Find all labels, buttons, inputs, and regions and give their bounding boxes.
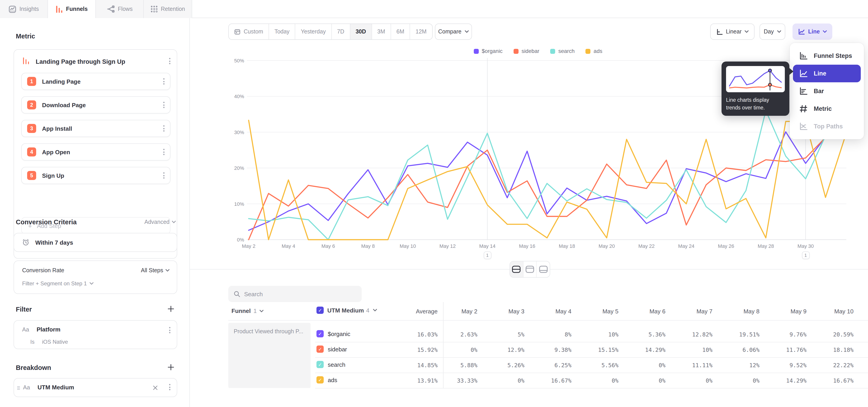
cell-value: 8% bbox=[528, 331, 571, 338]
tab-retention[interactable]: Retention bbox=[144, 0, 192, 18]
svg-text:May 12: May 12 bbox=[439, 243, 456, 249]
column-header-may-8[interactable]: May 8 bbox=[716, 308, 760, 315]
filter-kebab-icon[interactable] bbox=[169, 327, 170, 333]
funnel-step-2[interactable]: 2 Download Page bbox=[21, 96, 170, 114]
funnel-group-cell[interactable]: Product Viewed through P... bbox=[228, 323, 311, 388]
breakdown-card[interactable]: Aa UTM Medium bbox=[13, 378, 177, 397]
step-number-badge: 2 bbox=[27, 100, 36, 109]
range-yesterday[interactable]: Yesterday bbox=[296, 24, 332, 39]
column-header-may-5[interactable]: May 5 bbox=[575, 308, 618, 315]
legend-item-ads[interactable]: ads bbox=[585, 48, 602, 54]
tooltip-arrow bbox=[787, 66, 794, 76]
step-kebab-icon[interactable] bbox=[163, 172, 164, 179]
add-filter-button[interactable] bbox=[168, 306, 174, 312]
column-header-average[interactable]: Average bbox=[394, 308, 438, 315]
menu-item-metric[interactable]: Metric bbox=[793, 100, 861, 118]
interval-dropdown[interactable]: Day bbox=[760, 24, 785, 40]
step-kebab-icon[interactable] bbox=[163, 78, 164, 85]
range-30d[interactable]: 30D bbox=[350, 24, 372, 39]
series-checkbox[interactable]: ✓ bbox=[316, 330, 324, 337]
series-checkbox[interactable]: ✓ bbox=[316, 361, 324, 368]
legend-item-search[interactable]: search bbox=[550, 48, 575, 54]
clock-icon bbox=[22, 239, 29, 246]
mini-line-chart bbox=[726, 66, 785, 92]
step-kebab-icon[interactable] bbox=[163, 125, 164, 132]
cell-value: 12% bbox=[716, 362, 760, 369]
tab-flows[interactable]: Flows bbox=[96, 0, 144, 18]
layout-chart-only-button[interactable] bbox=[523, 261, 537, 277]
column-header-may-4[interactable]: May 4 bbox=[528, 308, 571, 315]
svg-text:20%: 20% bbox=[234, 165, 244, 171]
metric-kebab-icon[interactable] bbox=[169, 58, 170, 64]
insights-icon bbox=[8, 5, 16, 13]
funnel-step-1[interactable]: 1 Landing Page bbox=[21, 73, 170, 90]
legend-swatch bbox=[585, 49, 590, 54]
metric-title[interactable]: Landing Page through Sign Up bbox=[36, 58, 125, 65]
tab-funnels[interactable]: Funnels bbox=[48, 0, 96, 19]
linear-axis-icon bbox=[716, 28, 723, 35]
layout-table-only-button[interactable] bbox=[537, 261, 550, 277]
drag-handle-icon[interactable] bbox=[17, 386, 20, 390]
svg-text:May 20: May 20 bbox=[598, 243, 615, 249]
step-number-badge: 3 bbox=[27, 124, 36, 133]
menu-item-bar[interactable]: Bar bbox=[793, 82, 861, 100]
cell-value: 5.36% bbox=[622, 331, 665, 338]
cell-value: 14.85% bbox=[394, 362, 438, 369]
advanced-dropdown[interactable]: Advanced bbox=[145, 219, 176, 225]
range-custom[interactable]: Custom bbox=[229, 24, 269, 39]
funnel-column-header[interactable]: Funnel 1 bbox=[231, 308, 264, 314]
range-7d[interactable]: 7D bbox=[332, 24, 350, 39]
column-header-may-2[interactable]: May 2 bbox=[434, 308, 477, 315]
cell-value: 11.76% bbox=[763, 346, 807, 353]
menu-item-funnel-steps[interactable]: Funnel Steps bbox=[793, 47, 861, 65]
cell-value: 0% bbox=[622, 362, 665, 369]
table-search[interactable] bbox=[228, 286, 362, 302]
date-range-segmented-control: CustomTodayYesterday7D30D3M6M12M bbox=[228, 24, 432, 40]
funnel-step-4[interactable]: 4 App Open bbox=[21, 143, 170, 160]
series-checkbox[interactable]: ✓ bbox=[316, 376, 324, 383]
annotation-badge[interactable]: 1 bbox=[484, 251, 491, 259]
filter-segment-toggle[interactable]: Filter + Segment on Step 1 bbox=[22, 280, 94, 287]
remove-breakdown-icon[interactable] bbox=[153, 385, 158, 390]
series-checkbox[interactable]: ✓ bbox=[316, 345, 324, 353]
layout-split-button[interactable] bbox=[510, 261, 523, 277]
menu-item-line[interactable]: Line bbox=[793, 65, 861, 82]
conversion-window-card[interactable]: Within 7 days bbox=[13, 233, 177, 252]
svg-text:May 6: May 6 bbox=[321, 243, 335, 249]
column-header-may-9[interactable]: May 9 bbox=[763, 308, 807, 315]
legend-item-sidebar[interactable]: sidebar bbox=[513, 48, 539, 54]
annotation-badge[interactable]: 1 bbox=[802, 251, 809, 259]
legend-swatch bbox=[473, 49, 478, 54]
column-header-may-6[interactable]: May 6 bbox=[622, 308, 665, 315]
step-kebab-icon[interactable] bbox=[163, 102, 164, 108]
search-input[interactable] bbox=[244, 290, 348, 298]
all-steps-dropdown[interactable]: All Steps bbox=[141, 267, 169, 274]
conversion-rate-card: Conversion Rate All Steps Filter + Segme… bbox=[13, 260, 177, 294]
layout-toggle bbox=[509, 261, 550, 278]
breakdown-column-header[interactable]: ✓ UTM Medium 4 bbox=[316, 307, 377, 314]
chart-type-dropdown[interactable]: Line bbox=[793, 24, 832, 40]
range-6m[interactable]: 6M bbox=[391, 24, 410, 39]
range-today[interactable]: Today bbox=[269, 24, 296, 39]
range-12m[interactable]: 12M bbox=[410, 24, 432, 39]
legend-item-organic[interactable]: $organic bbox=[473, 48, 502, 54]
breakdown-kebab-icon[interactable] bbox=[169, 384, 170, 390]
checkbox-checked-icon[interactable]: ✓ bbox=[316, 307, 324, 314]
filter-card[interactable]: Aa Platform Is iOS Native bbox=[13, 320, 177, 349]
sidebar: Metric Landing Page through Sign Up 1 La… bbox=[0, 18, 190, 407]
scale-dropdown[interactable]: Linear bbox=[710, 24, 754, 40]
funnel-step-3[interactable]: 3 App Install bbox=[21, 120, 170, 137]
cell-value: 12.9% bbox=[481, 346, 524, 353]
column-header-may-3[interactable]: May 3 bbox=[481, 308, 524, 315]
tab-insights[interactable]: Insights bbox=[0, 0, 48, 18]
step-kebab-icon[interactable] bbox=[163, 149, 164, 155]
cell-value: 22.22% bbox=[810, 362, 854, 369]
column-header-may-10[interactable]: May 10 bbox=[810, 308, 854, 315]
funnels-app: InsightsFunnelsFlowsRetention Metric Lan… bbox=[0, 0, 868, 407]
add-breakdown-button[interactable] bbox=[168, 364, 174, 370]
column-header-may-7[interactable]: May 7 bbox=[669, 308, 712, 315]
range-3m[interactable]: 3M bbox=[372, 24, 391, 39]
step-number-badge: 4 bbox=[27, 148, 36, 156]
compare-button[interactable]: Compare bbox=[435, 24, 472, 40]
funnel-step-5[interactable]: 5 Sign Up bbox=[21, 167, 170, 184]
